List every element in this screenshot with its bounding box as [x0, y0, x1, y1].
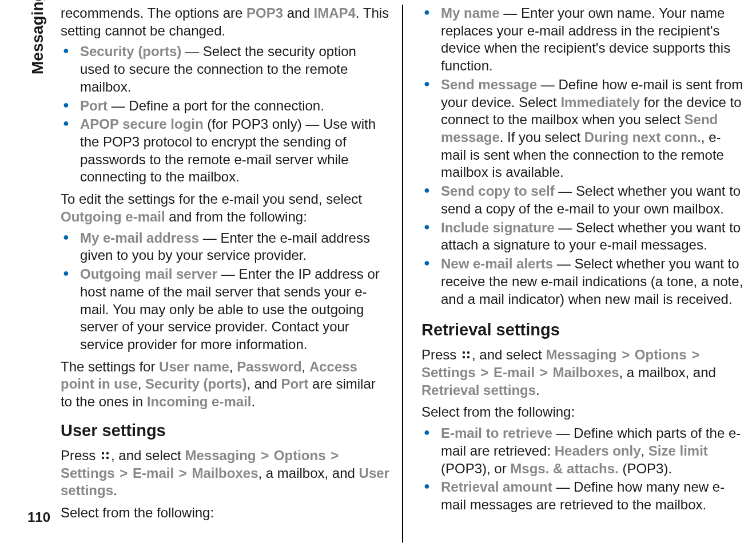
- select-from-text: Select from the following:: [421, 403, 745, 421]
- section-title-vertical: Messaging: [29, 0, 47, 74]
- svg-point-2: [102, 457, 104, 459]
- nav-path-user-settings: Press , and select Messaging > Options >…: [61, 447, 389, 500]
- select-from-text: Select from the following:: [61, 504, 389, 522]
- list-outgoing-settings: My e-mail address — Enter the e-mail add…: [61, 230, 389, 354]
- list-item: Outgoing mail server — Enter the IP addr…: [80, 266, 389, 354]
- left-column: recommends. The options are POP3 and IMA…: [61, 5, 389, 543]
- svg-point-4: [463, 351, 465, 354]
- list-item: My name — Enter your own name. Your name…: [441, 5, 745, 75]
- outgoing-intro: To edit the settings for the e-mail you …: [61, 191, 389, 225]
- list-incoming-settings: Security (ports) — Select the security o…: [61, 43, 389, 186]
- list-item: My e-mail address — Enter the e-mail add…: [80, 230, 389, 264]
- list-item: E-mail to retrieve — Define which parts …: [441, 425, 745, 477]
- menu-key-icon: [460, 347, 472, 359]
- svg-point-3: [106, 457, 109, 459]
- list-item: Send message — Define how e-mail is sent…: [441, 76, 745, 181]
- list-item: Port — Define a port for the connection.: [80, 97, 389, 115]
- list-item: Include signature — Select whether you w…: [441, 219, 745, 254]
- list-item: New e-mail alerts — Select whether you w…: [441, 255, 745, 308]
- list-item: Security (ports) — Select the security o…: [80, 43, 389, 96]
- svg-point-1: [106, 452, 109, 454]
- nav-path-retrieval-settings: Press , and select Messaging > Options >…: [421, 346, 745, 399]
- menu-key-icon: [100, 448, 111, 460]
- svg-point-5: [467, 351, 469, 354]
- page-number: 110: [27, 509, 50, 525]
- intro-paragraph: recommends. The options are POP3 and IMA…: [61, 5, 389, 39]
- right-column: My name — Enter your own name. Your name…: [416, 5, 745, 543]
- list-item: Retrieval amount — Define how many new e…: [441, 478, 745, 513]
- svg-point-6: [463, 356, 465, 358]
- retrieval-settings-heading: Retrieval settings: [421, 319, 745, 341]
- sidebar: Messaging 110: [0, 0, 57, 546]
- list-retrieval-settings: E-mail to retrieve — Define which parts …: [421, 425, 745, 514]
- svg-point-0: [102, 452, 104, 454]
- list-item: APOP secure login (for POP3 only) — Use …: [80, 116, 389, 186]
- user-settings-heading: User settings: [61, 420, 389, 441]
- svg-point-7: [467, 356, 469, 358]
- settings-summary: The settings for User name, Password, Ac…: [61, 358, 389, 411]
- list-item: Send copy to self — Select whether you w…: [441, 183, 745, 217]
- list-user-settings: My name — Enter your own name. Your name…: [421, 5, 745, 308]
- content-area: recommends. The options are POP3 and IMA…: [61, 5, 747, 543]
- column-divider: [402, 5, 403, 543]
